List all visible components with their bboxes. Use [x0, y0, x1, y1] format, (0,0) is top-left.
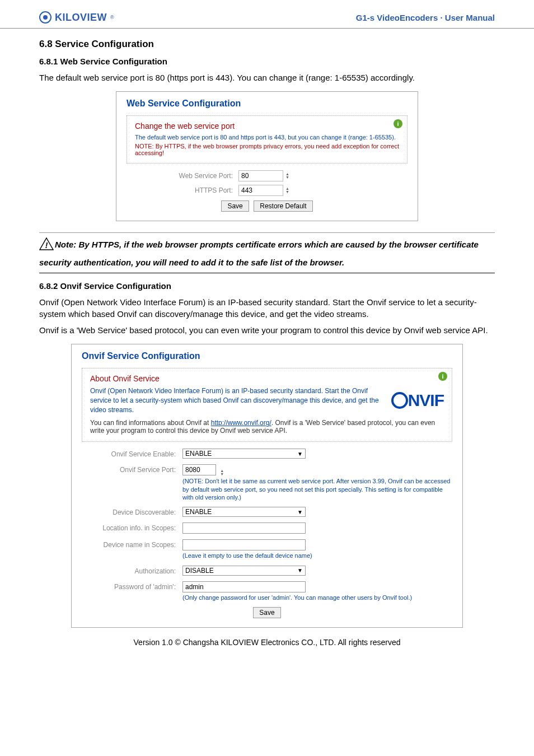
info-icon: i [438, 372, 447, 381]
device-name-scopes-label: Device name in Scopes: [82, 539, 182, 549]
onvif-logo: NVIF [391, 391, 444, 410]
authorization-select[interactable]: DISABLE▼ [182, 566, 306, 576]
discoverable-select[interactable]: ENABLE▼ [182, 507, 306, 517]
onvif-port-input[interactable] [182, 464, 216, 475]
web-box-heading: Change the web service port [135, 122, 399, 130]
https-port-row: HTTPS Port: ▲▼ [127, 185, 407, 196]
admin-password-label: Password of 'admin': [82, 581, 182, 591]
onvif-save-button[interactable]: Save [253, 607, 280, 618]
device-name-scopes-input[interactable] [182, 539, 306, 550]
logo: KILOVIEW® [39, 11, 114, 24]
page-header: KILOVIEW® G1-s VideoEncoders · User Manu… [0, 0, 534, 29]
info-icon: i [394, 119, 402, 128]
onvif-about-para2: You can find informations about Onvif at… [90, 419, 444, 435]
location-scopes-label: Location info. in Scopes: [82, 522, 182, 532]
sub2-intro2: Onvif is a 'Web Service' based protocol,… [39, 324, 495, 336]
admin-password-note: (Only change password for user 'admin'. … [182, 594, 452, 601]
onvif-link[interactable]: http://www.onvif.org/ [211, 419, 271, 427]
manual-title: G1-s VideoEncoders · User Manual [356, 13, 495, 22]
onvif-about-box: i About Onvif Service Onvif (Open Networ… [82, 368, 452, 442]
https-port-label: HTTPS Port: [127, 186, 238, 194]
onvif-about-heading: About Onvif Service [90, 374, 444, 383]
web-panel-title: Web Service Configuration [127, 99, 407, 109]
onvif-service-panel: Onvif Service Configuration i About Onvi… [71, 344, 463, 628]
authorization-label: Authorization: [82, 566, 182, 575]
https-note: ! Note: By HTTPS, if the web browser pro… [39, 237, 495, 269]
section-heading: 6.8 Service Configuration [39, 39, 495, 50]
chevron-down-icon: ▼ [297, 567, 303, 573]
logo-text: KILOVIEW [55, 12, 107, 24]
web-port-label: Web Service Port: [127, 172, 238, 180]
spinner-icon[interactable]: ▲▼ [285, 187, 289, 194]
onvif-about-para1: Onvif (Open Network Video Interface Foru… [90, 386, 383, 414]
web-box-line2: NOTE: By HTTPS, if the web browser promp… [135, 143, 399, 156]
web-box-line1: The default web service port is 80 and h… [135, 134, 399, 141]
web-port-row: Web Service Port: ▲▼ [127, 170, 407, 181]
location-scopes-input[interactable] [182, 522, 306, 534]
page-footer: Version 1.0 © Changsha KILOVIEW Electron… [39, 638, 495, 647]
onvif-port-label: Onvif Service Port: [82, 464, 182, 474]
warning-icon: ! [39, 237, 54, 255]
svg-text:!: ! [45, 241, 48, 250]
spinner-icon[interactable]: ▲▼ [220, 469, 224, 476]
onvif-port-note: (NOTE: Don't let it be same as current w… [182, 477, 452, 501]
chevron-down-icon: ▼ [297, 451, 303, 457]
chevron-down-icon: ▼ [297, 509, 303, 515]
divider [39, 273, 495, 273]
subsection-heading-2: 6.8.2 Onvif Service Configuration [39, 281, 495, 291]
restore-default-button[interactable]: Restore Default [254, 200, 312, 212]
discoverable-label: Device Discoverable: [82, 507, 182, 516]
spinner-icon[interactable]: ▲▼ [285, 172, 289, 179]
web-service-panel: Web Service Configuration i Change the w… [116, 91, 418, 221]
https-port-input[interactable] [238, 185, 283, 196]
web-info-box: i Change the web service port The defaul… [127, 115, 407, 164]
save-button[interactable]: Save [221, 200, 249, 212]
onvif-enable-select[interactable]: ENABLE▼ [182, 449, 306, 459]
admin-password-input[interactable] [182, 581, 306, 592]
device-name-note: (Leave it empty to use the default devic… [182, 552, 452, 559]
web-port-input[interactable] [238, 170, 283, 181]
onvif-enable-label: Onvif Service Enable: [82, 449, 182, 458]
onvif-panel-title: Onvif Service Configuration [82, 351, 452, 361]
sub2-intro1: Onvif (Open Network Video Interface Foru… [39, 296, 495, 320]
divider [39, 232, 495, 233]
subsection-heading-1: 6.8.1 Web Service Configuration [39, 57, 495, 66]
sub1-intro: The default web service port is 80 (http… [39, 72, 495, 83]
logo-icon [39, 11, 51, 24]
